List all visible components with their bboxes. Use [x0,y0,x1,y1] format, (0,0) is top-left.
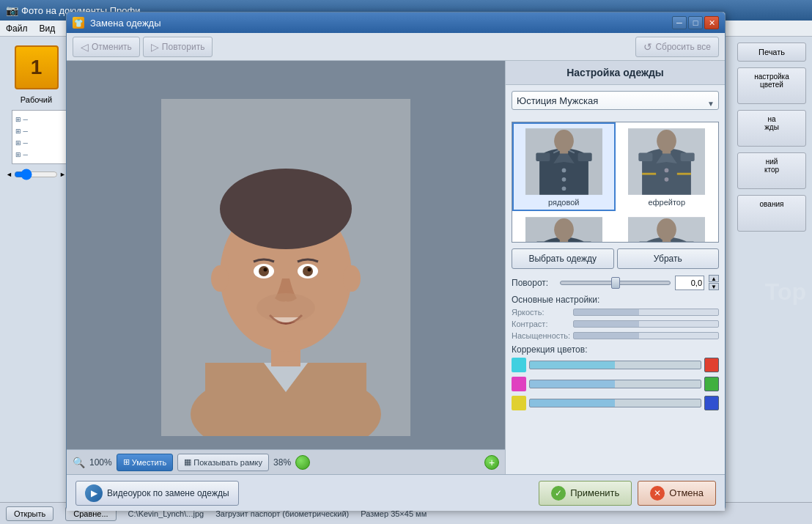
dialog-body: 🔍 100% ⊞ Уместить ▦ Показывать рамку 38%… [67,61,725,474]
right-btn-settings[interactable]: настройкацветей [737,67,806,104]
rotation-label: Поворот: [512,278,556,288]
photo-toolbar: 🔍 100% ⊞ Уместить ▦ Показывать рамку 38%… [67,449,505,474]
rotation-thumb[interactable] [611,277,620,289]
svg-point-9 [259,266,269,276]
clothing-item-4[interactable] [616,211,719,243]
category-dropdown[interactable]: Юстиция Мужская Военная Мужская Гражданс… [512,91,719,110]
cancel-button[interactable]: ✕ Отмена [638,481,716,506]
brightness-slider[interactable] [573,309,719,316]
photo-area: 🔍 100% ⊞ Уместить ▦ Показывать рамку 38%… [67,61,505,474]
video-tutorial-button[interactable]: ▶ Видеоурок по замене одежды [75,481,239,506]
close-button[interactable]: ✕ [704,16,719,29]
yellow-blue-slider[interactable] [529,399,701,407]
svg-rect-26 [681,153,695,161]
dialog-title-icon: 👕 [73,17,84,29]
rotation-slider[interactable] [560,281,671,285]
svg-rect-32 [662,147,671,154]
right-btn-print[interactable]: Печать [737,43,806,62]
dialog-title-text: Замена одежды [90,18,161,29]
face-photo [161,99,410,436]
menu-view[interactable]: Вид [40,23,56,34]
red-swatch [704,358,719,372]
open-button[interactable]: Открыть [6,506,53,521]
clothing-item-ryadovoy[interactable]: рядовой [512,122,616,211]
frame-icon: ▦ [184,457,191,467]
remove-clothing-button[interactable]: Убрать [617,248,720,269]
maximize-button[interactable]: □ [688,16,703,29]
x-icon: ✕ [650,486,665,501]
green-swatch [704,377,719,391]
right-btn-other[interactable]: ования [737,195,806,232]
basic-settings-title: Основные настройки: [512,295,719,305]
svg-point-6 [220,169,352,249]
sidebar-tree: ⊞ ─ ⊞ ─ ⊞ ─ ⊞ ─ [12,110,70,164]
rotation-down-arrow[interactable]: ▼ [709,283,719,290]
category-dropdown-wrapper[interactable]: Юстиция Мужская Военная Мужская Гражданс… [512,91,719,116]
settings-body: Юстиция Мужская Военная Мужская Гражданс… [506,85,725,474]
svg-point-29 [665,169,669,173]
color-correction-section: Коррекция цветов: [512,344,719,410]
saturation-slider[interactable] [573,332,719,339]
menu-file[interactable]: Файл [6,23,28,34]
color-row-cyan-red [512,358,719,372]
saturation-label: Насыщенность: [512,331,570,340]
bg-sidebar: 1 Рабочий ⊞ ─ ⊞ ─ ⊞ ─ ⊞ ─ ◄ ► [0,37,73,502]
zoom-percentage: 100% [89,457,112,468]
svg-rect-37 [560,235,568,243]
svg-rect-23 [560,147,568,154]
svg-rect-34 [536,242,550,243]
fit-button[interactable]: ⊞ Уместить [117,454,174,471]
right-btn-editor[interactable]: нийктор [737,152,806,189]
brightness-label: Яркость: [512,308,570,317]
reset-icon: ↺ [643,41,652,53]
rotation-row: Поворот: 0,0 ▲ ▼ [512,275,719,290]
color-row-magenta-green [512,377,719,391]
svg-point-15 [256,293,315,322]
add-indicator[interactable]: + [484,455,499,470]
reset-all-button[interactable]: ↺ Сбросить все [635,37,719,57]
zoom-search-icon: 🔍 [73,457,85,468]
cyan-swatch [512,358,526,372]
blue-swatch [704,396,719,410]
clothing-grid-inner: рядовой [512,122,718,243]
svg-rect-25 [639,153,653,161]
minimize-button[interactable]: ─ [672,16,687,29]
apply-button[interactable]: ✓ Применить [539,481,632,506]
uniform-svg-4 [628,215,705,243]
rotation-up-arrow[interactable]: ▲ [709,275,719,282]
select-clothing-button[interactable]: Выбрать одежду [512,248,614,269]
redo-icon: ▷ [151,41,159,53]
action-buttons: Выбрать одежду Убрать [512,248,719,269]
right-btn-clothes[interactable]: нажды [737,110,806,147]
rotation-spinbox[interactable]: 0,0 [675,276,704,290]
svg-rect-42 [662,235,671,243]
undo-icon: ◁ [81,41,89,53]
contrast-label: Контраст: [512,320,570,328]
sidebar-slider[interactable]: ◄ ► [6,170,67,179]
svg-rect-17 [536,153,550,161]
rotation-spinbox-arrows: ▲ ▼ [709,275,719,290]
bg-app-icon: 📷 [6,4,18,16]
dialog-bottom-left: ▶ Видеоурок по замене одежды [75,481,239,506]
svg-point-19 [561,169,566,173]
contrast-row: Контраст: [512,320,719,328]
clothing-label-ryadovoy: рядовой [548,198,579,207]
clothing-item-3[interactable] [512,211,616,243]
clothing-grid[interactable]: рядовой [512,122,719,243]
green-status-indicator[interactable] [295,455,310,470]
undo-button[interactable]: ◁ Отменить [73,37,140,57]
uniform-svg-ryadovoy [525,127,602,196]
redo-button[interactable]: ▷ Повторить [143,37,213,57]
show-frame-button[interactable]: ▦ Показывать рамку [177,454,269,471]
contrast-slider[interactable] [573,320,719,328]
dialog-title-controls: ─ □ ✕ [672,16,719,29]
svg-point-10 [303,266,313,276]
svg-point-13 [211,265,229,292]
color-row-yellow-blue [512,396,719,410]
svg-point-14 [343,265,361,292]
svg-rect-39 [639,242,653,243]
clothing-dialog: 👕 Замена одежды ─ □ ✕ ◁ Отменить ▷ Повто… [66,12,726,510]
magenta-green-slider[interactable] [529,380,701,388]
clothing-item-efreitor[interactable]: ефрейтор [616,122,719,211]
cyan-red-slider[interactable] [529,361,701,369]
